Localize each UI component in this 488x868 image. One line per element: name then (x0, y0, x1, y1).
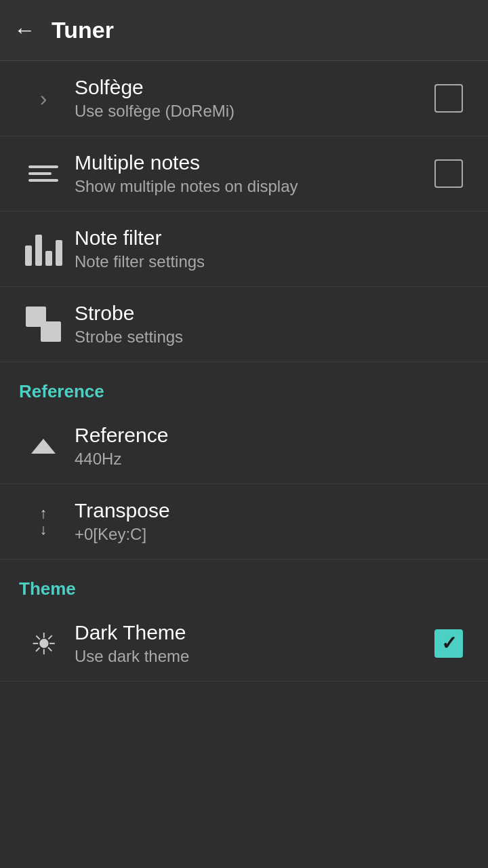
caret-up-icon (19, 439, 68, 454)
dark-theme-content: Dark Theme Use dark theme (68, 621, 428, 666)
sun-icon: ☀ (19, 627, 68, 661)
note-filter-title: Note filter (75, 226, 428, 250)
strobe-subtitle: Strobe settings (75, 328, 428, 347)
multiple-notes-item[interactable]: Multiple notes Show multiple notes on di… (0, 136, 488, 212)
theme-section-header: Theme (0, 559, 488, 606)
multiple-notes-checkbox[interactable] (428, 159, 469, 188)
multiple-notes-title: Multiple notes (75, 151, 428, 174)
back-button[interactable]: ← (14, 18, 35, 43)
note-filter-content: Note filter Note filter settings (68, 226, 428, 271)
lines-icon (19, 165, 68, 182)
checkbox-unchecked-icon (434, 159, 463, 188)
dark-theme-title: Dark Theme (75, 621, 428, 644)
checkbox-unchecked-icon (434, 84, 463, 113)
transpose-subtitle: +0[Key:C] (75, 525, 428, 544)
solfege-subtitle: Use solfège (DoReMi) (75, 102, 428, 121)
multiple-notes-subtitle: Show multiple notes on display (75, 177, 428, 196)
solfege-content: Solfège Use solfège (DoReMi) (68, 76, 428, 121)
reference-subtitle: 440Hz (75, 450, 428, 469)
transpose-item[interactable]: ↑ ↓ Transpose +0[Key:C] (0, 484, 488, 559)
transpose-title: Transpose (75, 499, 428, 522)
multiple-notes-content: Multiple notes Show multiple notes on di… (68, 151, 428, 196)
transpose-icon: ↑ ↓ (19, 506, 68, 537)
solfege-checkbox[interactable] (428, 84, 469, 113)
note-filter-item[interactable]: Note filter Note filter settings (0, 212, 488, 287)
page-title: Tuner (52, 17, 114, 43)
strobe-icon (19, 307, 68, 342)
bars-icon (19, 232, 68, 266)
strobe-title: Strobe (75, 302, 428, 325)
transpose-content: Transpose +0[Key:C] (68, 499, 428, 544)
strobe-item[interactable]: Strobe Strobe settings (0, 287, 488, 362)
reference-content: Reference 440Hz (68, 424, 428, 469)
dark-theme-item[interactable]: ☀ Dark Theme Use dark theme (0, 606, 488, 682)
note-filter-subtitle: Note filter settings (75, 252, 428, 271)
checkbox-checked-icon (434, 629, 463, 658)
reference-section-header: Reference (0, 362, 488, 409)
reference-item[interactable]: Reference 440Hz (0, 409, 488, 484)
strobe-content: Strobe Strobe settings (68, 302, 428, 347)
reference-title: Reference (75, 424, 428, 447)
app-header: ← Tuner (0, 0, 488, 61)
dark-theme-subtitle: Use dark theme (75, 647, 428, 666)
chevron-right-icon: › (19, 86, 68, 111)
dark-theme-checkbox[interactable] (428, 629, 469, 658)
solfege-title: Solfège (75, 76, 428, 99)
solfege-item[interactable]: › Solfège Use solfège (DoReMi) (0, 61, 488, 136)
